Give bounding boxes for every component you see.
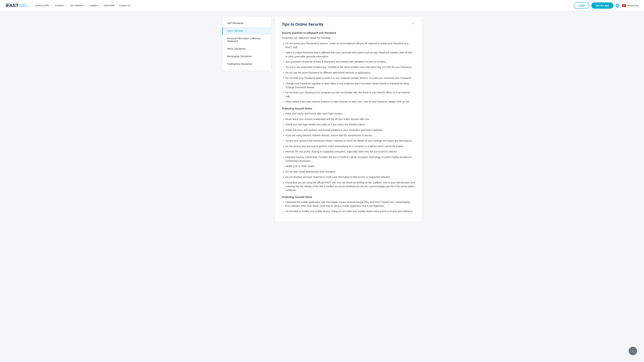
nav-item-insights[interactable]: Insights ▾ [88, 3, 101, 8]
logo-ifast-text: iFAST [6, 3, 18, 8]
region-label: Hong Kong [627, 4, 638, 7]
list-item: Download the mobile application only fro… [282, 200, 415, 208]
list-item: Regularly backup critical data. Consider… [282, 155, 415, 163]
list-item: Select a unique Password that is differe… [282, 51, 415, 58]
chevron-down-icon: ▾ [98, 4, 99, 6]
content-header: Tips to Online Security ⌃ [282, 22, 415, 27]
section2-bullet-list: Clear your cache and history after each … [282, 112, 415, 192]
nav-item-invest[interactable]: Invest at iGM ▾ [33, 3, 52, 8]
list-item: Check that you are using the official iF… [282, 181, 415, 192]
list-item: Never leave your session unattended and … [282, 117, 415, 121]
nav-item-advisers[interactable]: Our Advisers ▾ [68, 3, 87, 8]
list-item: Do not enter your Password into computer… [282, 91, 415, 98]
section1-bullet-list: Do not reveal your Password to anyone. U… [282, 41, 415, 104]
list-item: Do not use the same Password for differe… [282, 71, 415, 75]
page-layout: S&P Disclaimer Cyber Security Personal I… [218, 16, 426, 222]
logo-global-text: GLOBAL MARKETS [20, 4, 28, 7]
list-item: If you are using wireless network device… [282, 134, 415, 138]
sidebar-item-sp[interactable]: S&P Disclaimer [222, 19, 271, 27]
chevron-down-icon: ▾ [49, 4, 50, 6]
list-item: Do not reveal your Password to anyone. U… [282, 41, 415, 49]
list-item: Do not hack or modify your mobile device… [282, 209, 415, 213]
list-item: Change your Password regularly or when t… [282, 82, 415, 89]
hk-flag-icon: 🇭🇰 [622, 3, 626, 7]
region-selector[interactable]: 🇭🇰 Hong Kong [622, 3, 638, 7]
sidebar-item-personal-info[interactable]: Personal Information Collection Statemen… [222, 34, 271, 45]
chevron-down-icon: ▾ [84, 4, 85, 6]
nav-item-contact[interactable]: Contact Us [117, 3, 132, 8]
list-item: Do not disclose personal, financial or c… [282, 175, 415, 179]
list-item: Check your last login details and notify… [282, 123, 415, 127]
sidebar-item-cyber[interactable]: Cyber Security [222, 27, 271, 34]
nav-right: Login Get the App 🌐 🇭🇰 Hong Kong [574, 2, 638, 9]
navbar: iFAST GLOBAL MARKETS Invest at iGM ▾ Pro… [0, 0, 644, 11]
section1-heading: Security practices to safeguard your Pas… [282, 31, 415, 34]
sidebar-item-tradingview[interactable]: TradingView Disclaimer [222, 60, 271, 68]
nav-item-products[interactable]: Products ▾ [53, 3, 67, 8]
sidebar-item-hkex[interactable]: HKEX Disclaimer [222, 45, 271, 53]
main-content: Tips to Online Security ⌃ Security pract… [275, 16, 422, 222]
section3-heading: Protecting Yourself Online [282, 196, 415, 198]
sidebar: S&P Disclaimer Cyber Security Personal I… [222, 16, 271, 71]
list-item: When asked if you want Internet Explorer… [282, 100, 415, 104]
section1-intro: Customers are adviced to adopt the follo… [282, 36, 415, 40]
logo[interactable]: iFAST GLOBAL MARKETS [6, 3, 28, 8]
list-item: Do not access your account or perform on… [282, 144, 415, 148]
section3-bullet-list: Download the mobile application only fro… [282, 200, 415, 213]
list-item: Access your account and transaction hist… [282, 139, 415, 143]
list-item: Install anti-virus, anti-spyware and fir… [282, 128, 415, 132]
list-item: Your password should be at least 8 chara… [282, 60, 415, 64]
chevron-down-icon: ▾ [64, 4, 66, 6]
collapse-button[interactable]: ⌃ [411, 22, 415, 27]
nav-links: Invest at iGM ▾ Products ▾ Our Advisers … [33, 3, 572, 8]
globe-icon[interactable]: 🌐 [616, 3, 620, 7]
list-item: Remove file and printer sharing in suspe… [282, 150, 415, 154]
get-app-button[interactable]: Get the App [591, 2, 613, 9]
nav-item-about[interactable]: About iGM [102, 3, 116, 8]
sidebar-item-morningstar[interactable]: Morningstar Disclaimer [222, 53, 271, 60]
list-item: Do not write your Password down or store… [282, 76, 415, 80]
list-item: Delete junk or chain emails [282, 164, 415, 168]
login-button[interactable]: Login [574, 2, 589, 9]
page-title: Tips to Online Security [282, 22, 323, 27]
list-item: Try not to use sequential numbers (eg. 1… [282, 65, 415, 69]
list-item: Do not open email attachments from stran… [282, 170, 415, 174]
list-item: Clear your cache and history after each … [282, 112, 415, 116]
section2-heading: Protecting Yourself Online [282, 107, 415, 110]
